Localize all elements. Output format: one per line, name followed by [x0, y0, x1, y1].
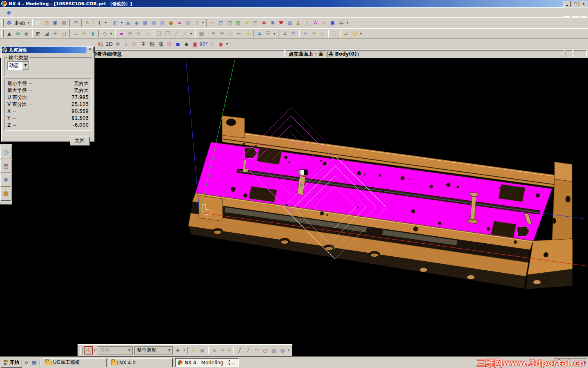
- info-caret[interactable]: ▾: [104, 21, 108, 25]
- static-wireframe-view-icon[interactable]: ▦: [149, 19, 158, 27]
- import-tool-icon[interactable]: ⇊: [281, 29, 289, 38]
- text-tool-icon[interactable]: 字: [337, 19, 345, 27]
- close-dialog-button[interactable]: 关闭: [70, 137, 89, 145]
- save-icon[interactable]: ▣: [51, 19, 60, 27]
- gray-sheets-icon[interactable]: ❏: [330, 29, 339, 38]
- snap-line-icon[interactable]: ╱: [235, 346, 244, 355]
- start-menu-caret[interactable]: ▾: [27, 21, 31, 25]
- nav-cube-caret[interactable]: ▾: [109, 32, 113, 36]
- blue-cube-icon[interactable]: ◼: [174, 40, 182, 48]
- snap-overflow-caret[interactable]: ▾: [287, 348, 291, 352]
- qing-char-icon[interactable]: 清: [156, 40, 165, 48]
- tools-caret[interactable]: ▾: [189, 32, 193, 36]
- yellow-fixture-icon[interactable]: ✦: [243, 19, 251, 27]
- snap-point-on-line-icon[interactable]: ∕: [244, 346, 252, 355]
- close-button[interactable]: ×: [580, 1, 587, 7]
- green-arrows-icon[interactable]: ≪: [13, 29, 22, 38]
- teal-blade-icon[interactable]: ◗: [89, 29, 97, 38]
- crown-icon[interactable]: ♕: [320, 19, 328, 27]
- cam-box-2-icon[interactable]: ◪: [42, 29, 51, 38]
- selection-filter-caret[interactable]: ▾: [93, 348, 97, 352]
- assembly-navigator-icon[interactable]: ❖: [0, 174, 11, 187]
- list-right-icon[interactable]: ≣: [218, 29, 226, 38]
- snap-circle-icon[interactable]: ○: [261, 346, 270, 355]
- print-2-icon[interactable]: ▤: [226, 29, 235, 38]
- zhu-char-icon[interactable]: 主: [139, 40, 148, 48]
- type-filter-combo[interactable]: 任何▼: [98, 347, 132, 354]
- mill-tool-1-icon[interactable]: ❏: [155, 29, 163, 38]
- 2d-icon[interactable]: 2D: [105, 40, 114, 48]
- open-file-icon[interactable]: ▨: [42, 19, 51, 27]
- dark-diamond-icon[interactable]: ◆: [182, 40, 191, 48]
- layers-caret[interactable]: ▾: [272, 32, 276, 36]
- scope-filter-combo[interactable]: 整个装配▼: [135, 347, 172, 354]
- roles-icon[interactable]: ☻: [0, 188, 11, 201]
- geometric-properties-dialog[interactable]: 几何属性 ✕ 输出类型 动态 ▼ 最小半径 =无穷大最大半径 =无穷大U 百分比…: [1, 46, 95, 142]
- selection-filter-icon[interactable]: ✛: [84, 346, 93, 355]
- sparks-icon[interactable]: ✳: [80, 29, 89, 38]
- red-ball-icon[interactable]: ◉: [216, 40, 225, 48]
- measure-icon[interactable]: ∡: [294, 19, 303, 27]
- orange-drawer-icon[interactable]: ▤: [60, 29, 68, 38]
- dialog-grid-icon[interactable]: ▦: [197, 29, 206, 38]
- dialog-close-icon[interactable]: ✕: [87, 47, 94, 53]
- row2-overflow-caret[interactable]: ▾: [359, 32, 363, 36]
- green-jump-icon[interactable]: ✧: [310, 29, 318, 38]
- toolbar-grip[interactable]: [1, 30, 4, 37]
- tray-app-icon[interactable]: ♣: [574, 360, 578, 366]
- part-navigator-icon[interactable]: ▤: [0, 160, 11, 173]
- wireframe-view-icon[interactable]: ▦: [141, 19, 149, 27]
- list-left-icon[interactable]: ≣: [209, 29, 218, 38]
- face-analysis-icon[interactable]: ≈: [175, 19, 184, 27]
- history-palette-icon[interactable]: ◷: [0, 146, 11, 159]
- cat-face-icon[interactable]: ☺: [350, 29, 359, 38]
- camera-icon[interactable]: ◉: [22, 29, 31, 38]
- menu-grip[interactable]: [1, 9, 3, 16]
- show-desktop-icon[interactable]: ▦: [31, 359, 38, 366]
- shaded-view-icon[interactable]: ◼: [124, 19, 132, 27]
- claw-icon[interactable]: ✕: [134, 29, 143, 38]
- gray-tool-icon[interactable]: ◔: [192, 19, 201, 27]
- shape-check-icon[interactable]: ▧: [184, 19, 192, 27]
- snap-caret[interactable]: ▾: [227, 348, 231, 352]
- slant-line-1-icon[interactable]: ╱: [172, 29, 180, 38]
- blue-swirl-tool-icon[interactable]: ❋: [268, 19, 277, 27]
- open-box-icon[interactable]: ◰: [251, 19, 260, 27]
- mold-base-model[interactable]: [188, 116, 584, 289]
- drag-axis-icon[interactable]: ✥: [114, 40, 122, 48]
- datum-plane-icon[interactable]: ▰: [117, 29, 126, 38]
- layers-icon[interactable]: ≡: [255, 29, 264, 38]
- molecule-icon[interactable]: ⁂: [311, 19, 320, 27]
- export-tool-icon[interactable]: ⇈: [289, 29, 298, 38]
- slant-line-2-icon[interactable]: ╱: [180, 29, 189, 38]
- snap-sphere-icon[interactable]: ◍: [278, 346, 287, 355]
- wire-cube-icon[interactable]: ◫: [217, 19, 225, 27]
- task-nx40[interactable]: NX 4.0: [109, 358, 173, 367]
- restore-button[interactable]: □: [572, 1, 579, 7]
- minimize-button[interactable]: _: [564, 1, 571, 7]
- flask-icon[interactable]: △: [303, 19, 311, 27]
- toolbar-grip[interactable]: [1, 19, 4, 27]
- red-box-icon[interactable]: ▣: [191, 40, 199, 48]
- nav-cube-icon[interactable]: ◇: [100, 29, 109, 38]
- dome-icon[interactable]: ◓: [126, 29, 134, 38]
- forward-arrow-icon[interactable]: →: [243, 29, 252, 38]
- boolean-shapes-icon[interactable]: ◱: [225, 19, 234, 27]
- back-arrow-icon[interactable]: ←: [235, 29, 243, 38]
- snapshot-icon[interactable]: ▭: [208, 19, 217, 27]
- view-overflow-caret[interactable]: ▾: [201, 21, 205, 25]
- pink-label-icon[interactable]: 涂: [165, 40, 174, 48]
- curve-line-icon[interactable]: 线: [96, 40, 105, 48]
- dialog-title-bar[interactable]: 几何属性 ✕: [2, 47, 94, 53]
- dashed-box-icon[interactable]: ▫: [143, 29, 151, 38]
- axis-cross-icon[interactable]: ✛: [51, 29, 60, 38]
- info-note-icon[interactable]: ℹ: [95, 19, 104, 27]
- row1-overflow-caret[interactable]: ▾: [345, 21, 350, 25]
- snap-arc-icon[interactable]: ◠: [252, 346, 261, 355]
- toolbar-grip[interactable]: [80, 347, 83, 354]
- window-box-icon[interactable]: ▭: [71, 29, 80, 38]
- clipboard-icon[interactable]: ▯: [318, 29, 327, 38]
- row3-caret[interactable]: ▾: [225, 42, 229, 46]
- cam-box-1-icon[interactable]: ◩: [34, 29, 42, 38]
- pink-char-icon[interactable]: 红: [131, 40, 139, 48]
